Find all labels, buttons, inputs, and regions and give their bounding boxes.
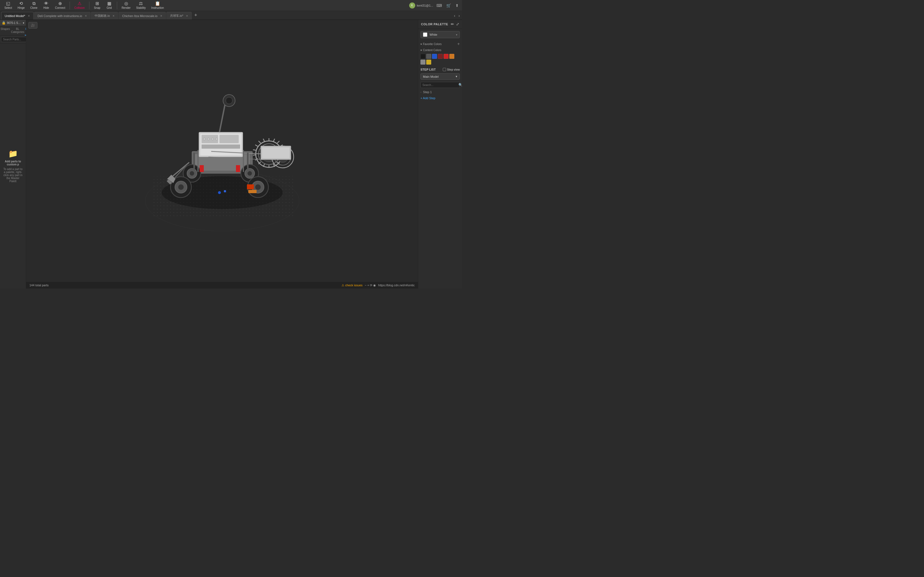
add-step-label: + Add Step xyxy=(420,97,435,100)
svg-rect-9 xyxy=(220,135,239,143)
favorite-colors-header[interactable]: ▾ Favorite Colors + xyxy=(418,40,462,48)
tab-deli-complete[interactable]: Deli Complete with instructions.io × xyxy=(34,12,90,19)
svg-rect-56 xyxy=(236,165,240,172)
svg-point-13 xyxy=(212,138,214,140)
sidebar-nav-shapes[interactable]: Shapes xyxy=(0,26,10,35)
content-colors-header[interactable]: ▾ Content Colors xyxy=(418,48,462,53)
toolbar-connect[interactable]: ⊕ Connect xyxy=(53,1,67,10)
toolbar-grid[interactable]: ▦ Grid xyxy=(104,1,115,10)
tab-untitled-model[interactable]: Untitled Model* × xyxy=(1,12,34,19)
camera-button[interactable]: 🎥 xyxy=(28,22,37,29)
step-view-label: Step view xyxy=(447,68,460,71)
check-issues[interactable]: ⚠ check issues xyxy=(342,284,362,287)
color-chip-yellow[interactable] xyxy=(426,60,431,64)
grid-label: Grid xyxy=(107,6,112,9)
tab-moon-close[interactable]: × xyxy=(186,14,188,18)
add-favorite-button[interactable]: + xyxy=(457,42,460,47)
toolbar-select[interactable]: ◱ Select xyxy=(2,1,14,10)
toolbar-clone[interactable]: ⧉ Clone xyxy=(28,1,40,10)
right-panel: COLOR PALETTE ✏ ⤢ White ▾ ▾ Favorite Col… xyxy=(418,20,462,288)
step-model-selector[interactable]: Main Model ▾ xyxy=(420,73,460,80)
svg-rect-68 xyxy=(247,153,249,172)
tabs-nav-right[interactable]: › xyxy=(457,13,461,18)
svg-rect-58 xyxy=(248,190,257,193)
palette-expand-icon[interactable]: ⤢ xyxy=(456,22,460,26)
snap-label: Snap xyxy=(94,6,100,9)
clone-label: Clone xyxy=(30,6,37,9)
tab-china-close[interactable]: × xyxy=(113,14,115,18)
color-chip-medium-gray[interactable] xyxy=(420,60,425,64)
toolbar-hide[interactable]: 👁 Hide xyxy=(41,1,52,10)
step-1-arrow: › xyxy=(420,91,421,94)
panel-header-icons: ✏ ⤢ xyxy=(451,22,459,26)
color-chip-dark-red[interactable] xyxy=(438,54,443,59)
toolbar-collision[interactable]: ⚠ Collision xyxy=(72,1,87,10)
color-chip-red[interactable] xyxy=(444,54,449,59)
svg-line-43 xyxy=(253,155,256,155)
toolbar-instruction[interactable]: 📋 Instruction xyxy=(149,1,166,10)
viewport-toolbar: 🎥 xyxy=(28,22,37,29)
grid-icon: ▦ xyxy=(107,2,111,6)
svg-rect-55 xyxy=(200,165,204,172)
model-selector[interactable]: 🔒 9070-1 Super Value D... ▾ xyxy=(0,20,26,26)
step-view-check: Step view xyxy=(443,68,460,71)
color-chip-black[interactable] xyxy=(420,54,425,59)
toolbar-sep-3 xyxy=(117,2,117,9)
tab-deli-close[interactable]: × xyxy=(85,14,87,18)
step-view-checkbox[interactable] xyxy=(443,68,446,71)
hinge-label: Hinge xyxy=(18,6,25,9)
content-colors-grid xyxy=(418,53,462,66)
toolbar-sep-2 xyxy=(89,2,89,9)
model-canvas[interactable] xyxy=(26,20,418,288)
toolbar-keyboard-icon[interactable]: ⌨ xyxy=(435,2,443,9)
toolbar-upload-icon[interactable]: ⬆ xyxy=(454,2,460,9)
tab-chichen-label: Chichen Itza Microscale.io xyxy=(122,14,157,18)
tabs-nav-left[interactable]: ‹ xyxy=(453,13,457,18)
zoom-controls: − + ⟳ ◉ xyxy=(365,284,376,287)
step-search-icon: 🔍 xyxy=(459,83,462,87)
svg-point-26 xyxy=(255,184,261,190)
color-chip-dark-gray[interactable] xyxy=(426,54,431,59)
main-layout: 🔒 9070-1 Super Value D... ▾ Shapes BL Ca… xyxy=(0,20,462,288)
tab-chichen-itza[interactable]: Chichen Itza Microscale.io × xyxy=(118,12,166,19)
color-chip-blue[interactable] xyxy=(432,54,437,59)
render-label: Render xyxy=(121,6,131,9)
step-1-label: Step 1 xyxy=(423,90,432,94)
color-chip-orange[interactable] xyxy=(449,54,454,59)
toolbar-snap[interactable]: ⊞ Snap xyxy=(92,1,103,10)
tab-china-label: 中国邮政.io xyxy=(95,14,110,18)
content-colors-label: Content Colors xyxy=(423,48,441,52)
add-step-button[interactable]: + Add Step xyxy=(418,95,462,101)
tab-untitled-close[interactable]: × xyxy=(28,14,30,18)
toolbar-cart-icon[interactable]: 🛒 xyxy=(445,2,452,9)
white-color-swatch xyxy=(423,32,427,37)
step-model-arrow: ▾ xyxy=(456,75,457,78)
sidebar-nav-bl-categories[interactable]: BL Categories xyxy=(10,26,25,35)
toolbar-hinge[interactable]: ⟲ Hinge xyxy=(15,1,27,10)
step-1-item[interactable]: › Step 1 xyxy=(418,89,462,95)
toolbar-render[interactable]: ◎ Render xyxy=(120,1,133,10)
connect-icon: ⊕ xyxy=(58,2,62,6)
instruction-icon: 📋 xyxy=(155,2,160,6)
toolbar-stability[interactable]: ⚖ Stability xyxy=(134,1,148,10)
svg-point-11 xyxy=(203,138,205,140)
tab-untitled-label: Untitled Model* xyxy=(5,14,25,18)
sidebar-nav: Shapes BL Categories Colors xyxy=(0,26,26,36)
tabs-nav: ‹ › xyxy=(453,13,461,19)
step-search-input[interactable] xyxy=(422,84,457,87)
color-selector[interactable]: White ▾ xyxy=(420,31,460,38)
user-info: K kent31@1... xyxy=(409,2,433,8)
stability-label: Stability xyxy=(136,6,146,9)
model-svg xyxy=(126,69,318,239)
palette-edit-icon[interactable]: ✏ xyxy=(451,22,454,26)
svg-point-60 xyxy=(224,190,226,192)
tab-add-button[interactable]: + xyxy=(192,12,200,18)
svg-rect-69 xyxy=(197,150,199,172)
main-toolbar: ◱ Select ⟲ Hinge ⧉ Clone 👁 Hide ⊕ Connec… xyxy=(0,0,462,11)
model-selector-arrow: ▾ xyxy=(23,21,24,24)
collision-label: Collision xyxy=(74,6,85,9)
tab-moon-car[interactable]: 月球车.io* × xyxy=(166,12,192,19)
clone-icon: ⧉ xyxy=(32,2,36,6)
tab-chichen-close[interactable]: × xyxy=(160,14,162,18)
tab-china-post[interactable]: 中国邮政.io × xyxy=(91,12,118,19)
